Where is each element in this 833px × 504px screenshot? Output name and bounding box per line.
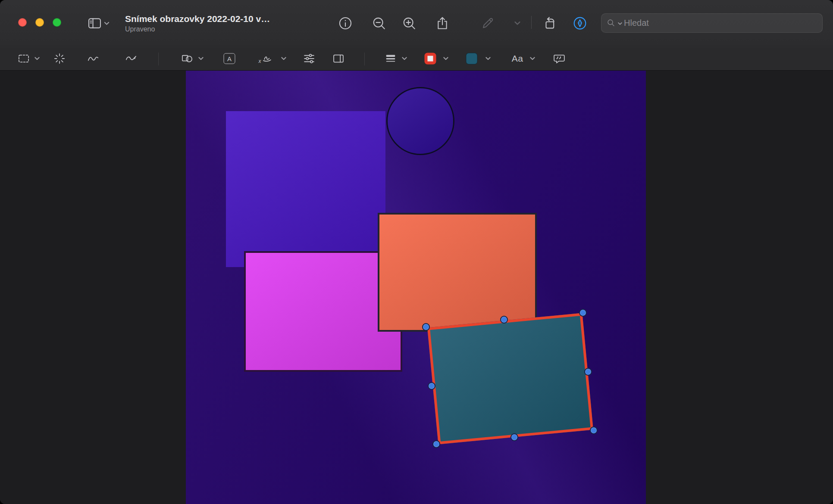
search-field[interactable] [601,13,823,33]
handle-bottom-middle[interactable] [510,433,518,441]
signature-x-label: x [259,58,261,64]
traffic-lights [18,18,61,27]
border-color-swatch [425,53,436,65]
screenshot-image[interactable] [186,71,646,504]
text-tool-button[interactable]: A [224,53,235,64]
orange-rectangle-shape[interactable] [378,213,537,332]
handle-top-left[interactable] [422,323,430,331]
titlebar-divider [531,16,532,29]
annotate-comment-button[interactable] [553,53,566,65]
line-weight-button[interactable] [385,53,397,65]
document-title: Snímek obrazovky 2022-02-10 v… [125,13,270,24]
text-style-chevron[interactable] [530,57,535,61]
text-style-label: Aa [512,53,523,64]
border-color-chevron[interactable] [443,57,448,61]
toolbar-divider [364,53,365,65]
sidebar-toggle-button[interactable] [88,16,110,31]
text-tool-label: A [227,55,232,62]
titlebar: Snímek obrazovky 2022-02-10 v… Upraveno [0,0,833,47]
search-icon [607,19,616,28]
handle-top-middle[interactable] [500,316,508,324]
fill-color-swatch [466,53,478,65]
canvas-area [0,71,833,504]
search-scope-chevron-icon [618,19,622,27]
highlight-pen-button[interactable] [480,16,495,31]
markup-toolbar-toggle-button[interactable] [573,16,587,31]
instant-alpha-tool-button[interactable] [53,53,66,65]
zoom-out-button[interactable] [372,16,386,31]
document-title-block: Snímek obrazovky 2022-02-10 v… Upraveno [125,13,270,33]
markup-toolbar: A x [0,47,833,71]
toolbar-divider [158,53,159,65]
selection-tool-button[interactable] [18,53,30,65]
shapes-tool-button[interactable] [181,53,194,65]
handle-left-middle[interactable] [428,382,435,390]
fill-color-chevron[interactable] [485,57,491,61]
info-button[interactable] [338,16,353,31]
fill-color-button[interactable] [466,53,478,65]
signature-tool-button[interactable]: x [261,53,274,65]
draw-tool-button[interactable] [125,53,138,65]
text-tool-icon: A [224,53,235,64]
share-button[interactable] [435,16,450,31]
handle-top-right[interactable] [579,309,587,317]
handle-bottom-right[interactable] [590,426,598,434]
zoom-button[interactable] [53,18,61,27]
circle-shape[interactable] [386,87,454,155]
highlight-pen-chevron[interactable] [514,21,520,25]
selected-teal-rectangle-shape[interactable] [427,313,593,445]
signature-tool-chevron[interactable] [281,57,286,61]
zoom-in-button[interactable] [402,16,416,31]
handle-right-middle[interactable] [584,368,592,376]
handle-bottom-left[interactable] [432,440,440,448]
search-input[interactable] [624,18,817,28]
document-status: Upraveno [125,25,270,33]
minimize-button[interactable] [35,18,44,27]
text-style-button[interactable]: Aa [512,53,523,64]
border-color-button[interactable] [425,53,436,65]
adjust-color-tool-button[interactable] [303,53,316,65]
sidebar-icon [88,16,102,31]
rotate-button[interactable] [542,16,557,31]
close-button[interactable] [18,18,27,27]
sketch-tool-button[interactable] [87,53,100,65]
preview-window: Snímek obrazovky 2022-02-10 v… Upraveno [0,0,833,504]
line-weight-chevron[interactable] [402,57,407,61]
chevron-down-icon [104,19,110,27]
crop-tool-button[interactable] [332,53,345,65]
selection-tool-chevron[interactable] [34,57,40,61]
purple-square-shape[interactable] [226,111,385,267]
shapes-tool-chevron[interactable] [198,57,204,61]
